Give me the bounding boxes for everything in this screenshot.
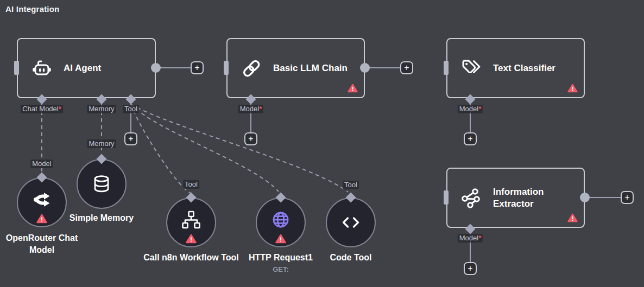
- required-marker: *: [259, 105, 262, 113]
- add-tool-button-ai-agent[interactable]: +: [124, 132, 137, 145]
- plus-icon: +: [468, 135, 472, 143]
- node-caption-code-tool: Code Tool: [305, 252, 397, 264]
- node-label: Text Classifier: [493, 62, 555, 74]
- connector-label-text: Tool: [124, 105, 137, 113]
- node-basic-llm-chain[interactable]: Basic LLM Chain: [226, 38, 365, 98]
- connector-label-model-llm-chain: Model*: [238, 105, 263, 113]
- connector-label-text: Memory: [89, 139, 115, 148]
- connector-label-text: Chat Model: [22, 105, 58, 113]
- connector-label-tool-input-code: Tool: [343, 181, 359, 189]
- required-marker: *: [478, 234, 481, 242]
- add-node-button-ai-agent-output[interactable]: +: [191, 61, 204, 74]
- add-model-button-text-classifier[interactable]: +: [464, 132, 477, 145]
- add-model-button-llm-chain[interactable]: +: [244, 132, 257, 145]
- database-icon: [91, 173, 112, 195]
- required-marker: *: [478, 105, 481, 113]
- node-call-n8n-workflow-tool[interactable]: [166, 197, 216, 247]
- node-caption-openrouter: OpenRouter Chat Model: [0, 232, 88, 256]
- node-caption-call-n8n-workflow-tool: Call n8n Workflow Tool: [142, 252, 240, 264]
- warning-triangle-icon: [275, 234, 286, 244]
- fork-arrows-icon: [31, 189, 53, 211]
- connector-label-tool: Tool: [123, 105, 139, 113]
- connector-label-text: Tool: [344, 181, 357, 189]
- plus-icon: +: [128, 135, 133, 143]
- connector-label-memory-input: Memory: [87, 139, 116, 148]
- connector-label-chat-model: Chat Model*: [21, 105, 63, 113]
- share-nodes-icon: [460, 187, 482, 209]
- node-http-request1[interactable]: [256, 197, 306, 247]
- globe-icon: [270, 209, 292, 231]
- connector-label-text: Model: [32, 160, 51, 168]
- tags-icon: [460, 58, 482, 79]
- connector-label-model-info-extractor: Model*: [458, 234, 483, 243]
- plus-icon: +: [404, 63, 409, 72]
- node-information-extractor[interactable]: Information Extractor: [446, 168, 585, 228]
- code-brackets-icon: [340, 212, 362, 233]
- add-model-button-info-extractor[interactable]: +: [464, 262, 477, 275]
- required-marker: *: [59, 105, 61, 113]
- robot-icon: [31, 58, 53, 79]
- connector-label-text: Tool: [185, 180, 198, 188]
- connector-label-text: Model: [459, 105, 478, 113]
- warning-triangle-icon: [186, 234, 197, 244]
- chain-link-icon: [241, 58, 262, 79]
- node-caption-simple-memory: Simple Memory: [55, 212, 148, 224]
- warning-triangle-icon: [348, 84, 358, 93]
- add-node-button-info-extractor-output[interactable]: +: [621, 191, 634, 204]
- connector-label-text: Memory: [89, 105, 115, 113]
- plus-icon: +: [468, 264, 472, 273]
- node-simple-memory[interactable]: [77, 159, 127, 209]
- page-title: AI Integration: [5, 4, 59, 14]
- connector-label-text: Model: [459, 234, 478, 242]
- node-subtitle-http-request1: GET:: [232, 265, 330, 273]
- node-label: Information Extractor: [493, 186, 559, 210]
- node-code-tool[interactable]: [326, 197, 376, 247]
- plus-icon: +: [624, 193, 629, 202]
- connector-label-model-input: Model: [30, 160, 53, 168]
- plus-icon: +: [194, 63, 199, 72]
- workflow-canvas[interactable]: AI Integration AI Agent Basic LLM Chain: [0, 0, 644, 287]
- node-text-classifier[interactable]: Text Classifier: [446, 38, 585, 98]
- sitemap-icon: [180, 209, 202, 231]
- node-label: Basic LLM Chain: [273, 62, 348, 74]
- warning-triangle-icon: [567, 84, 578, 93]
- connector-label-tool-input-workflow: Tool: [183, 180, 199, 189]
- warning-triangle-icon: [36, 214, 47, 224]
- plus-icon: +: [248, 135, 253, 143]
- warning-triangle-icon: [567, 213, 578, 222]
- connector-label-text: Model: [240, 105, 259, 113]
- node-label: AI Agent: [64, 62, 101, 74]
- connector-label-model-text-classifier: Model*: [458, 105, 483, 113]
- node-ai-agent[interactable]: AI Agent: [17, 38, 156, 98]
- add-node-button-llm-chain-output[interactable]: +: [400, 61, 413, 74]
- connector-label-memory: Memory: [87, 105, 116, 113]
